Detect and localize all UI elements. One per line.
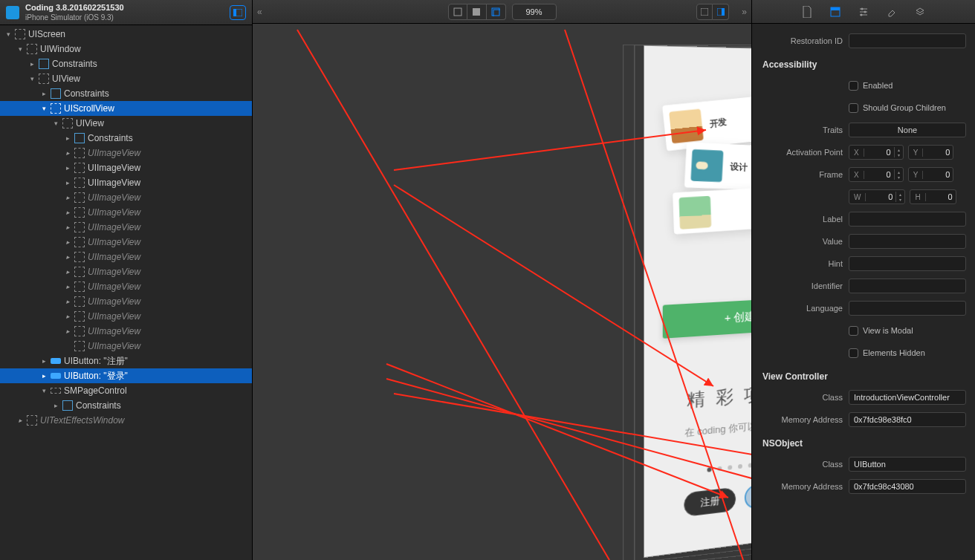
frame-h-field[interactable]: H0 bbox=[910, 189, 956, 204]
tree-row[interactable]: ▸Constraints bbox=[0, 86, 252, 101]
app-icon bbox=[6, 6, 19, 19]
zoom-level[interactable]: 99% bbox=[512, 4, 557, 20]
ax-language-label: Language bbox=[761, 304, 843, 313]
tree-row[interactable]: ▸UIImageView bbox=[0, 279, 252, 294]
restoration-id-field[interactable] bbox=[849, 33, 966, 48]
tab-identity-icon[interactable] bbox=[828, 5, 843, 19]
group-children-checkbox[interactable]: Should Group Children bbox=[849, 103, 966, 113]
tree-row[interactable]: ▾UIScrollView bbox=[0, 101, 252, 116]
ax-value-label: Value bbox=[761, 237, 843, 246]
tab-layers-icon[interactable] bbox=[913, 5, 927, 19]
ax-language-field[interactable] bbox=[849, 301, 966, 316]
card-thumb-icon bbox=[679, 195, 712, 229]
ns-class-label: Class bbox=[761, 460, 843, 469]
inspector-tabs bbox=[752, 0, 975, 24]
tree-row[interactable]: ▸UIImageView bbox=[0, 190, 252, 205]
intro-subtitle: 在 coding 你可以创建任何 bbox=[663, 414, 752, 442]
toggle-inspector-button[interactable] bbox=[713, 4, 729, 20]
ax-value-field[interactable] bbox=[849, 234, 966, 249]
toggle-clipping-button[interactable] bbox=[696, 4, 713, 20]
view-hierarchy-tree[interactable]: ▾UIScreen▾UIWindow▸Constraints▾UIView▸Co… bbox=[0, 25, 252, 560]
intro-cards: 开发 ✦ 设计 bbox=[663, 100, 752, 297]
app-title: Coding 3.8.201602251530 bbox=[25, 3, 230, 13]
app-subtitle: iPhone Simulator (iOS 9.3) bbox=[25, 13, 230, 22]
ax-label-field[interactable] bbox=[849, 212, 966, 227]
tree-row[interactable]: ▸UITextEffectsWindow bbox=[0, 413, 252, 428]
frame-x-field[interactable]: X0▴▾ bbox=[849, 167, 904, 182]
inspector-body[interactable]: Restoration ID Accessibility Enabled Sho… bbox=[752, 24, 975, 560]
register-button[interactable]: 注册 bbox=[684, 487, 736, 518]
tree-row[interactable]: ▾UIWindow bbox=[0, 42, 252, 56]
tree-row[interactable]: ▸UIImageView bbox=[0, 220, 252, 235]
tree-row[interactable]: ▸Constraints bbox=[0, 131, 252, 146]
activation-point-label: Activation Point bbox=[761, 148, 843, 157]
svg-rect-19 bbox=[831, 7, 840, 10]
collapse-right-icon[interactable]: » bbox=[742, 7, 747, 17]
collapse-left-icon[interactable]: « bbox=[257, 7, 262, 17]
tree-row[interactable]: ▸UIImageView bbox=[0, 250, 252, 264]
traits-popup[interactable]: None bbox=[849, 123, 966, 137]
ax-identifier-field[interactable] bbox=[849, 279, 966, 293]
page-dot bbox=[728, 465, 732, 470]
tree-row[interactable]: ▸UIImageView bbox=[0, 160, 252, 175]
enabled-checkbox[interactable]: Enabled bbox=[849, 81, 966, 91]
toggle-sidebar-button[interactable] bbox=[230, 5, 246, 20]
ns-mem-field[interactable] bbox=[849, 479, 966, 494]
frame-y-field[interactable]: Y0 bbox=[908, 167, 954, 182]
tree-row[interactable]: ▾UIScreen bbox=[0, 27, 252, 42]
tab-file-icon[interactable] bbox=[800, 5, 814, 19]
card-thumb-icon bbox=[669, 108, 704, 143]
tree-row[interactable]: ▸UIButton: "注册" bbox=[0, 354, 252, 368]
view-mode-wireframe-button[interactable] bbox=[448, 4, 467, 20]
tree-row[interactable]: ▾UIView bbox=[0, 71, 252, 86]
tree-row[interactable]: ▸Constraints bbox=[0, 398, 252, 413]
tree-row[interactable]: ▸UIImageView bbox=[0, 324, 252, 339]
tree-row[interactable]: ▸UIImageView bbox=[0, 294, 252, 309]
ax-hint-field[interactable] bbox=[849, 256, 966, 271]
login-button[interactable]: 登录 bbox=[745, 481, 752, 510]
vc-mem-field[interactable] bbox=[849, 412, 966, 427]
tree-row[interactable]: ▸UIImageView bbox=[0, 264, 252, 279]
tree-row[interactable]: ▸UIImageView bbox=[0, 205, 252, 220]
tree-row[interactable]: ▸UIButton: "登录" bbox=[0, 368, 252, 383]
tree-row[interactable]: ▾UIView bbox=[0, 116, 252, 131]
tree-row[interactable]: ▾SMPageControl bbox=[0, 383, 252, 398]
view-mode-content-button[interactable] bbox=[467, 4, 487, 20]
view-mode-3d-button[interactable] bbox=[487, 4, 506, 20]
vc-class-field[interactable] bbox=[849, 390, 966, 405]
tree-row[interactable]: ▸UIImageView bbox=[0, 235, 252, 250]
page-dot bbox=[748, 463, 752, 468]
activation-y-field[interactable]: Y0 bbox=[908, 145, 954, 160]
elements-hidden-checkbox[interactable]: Elements Hidden bbox=[849, 348, 966, 358]
svg-point-20 bbox=[861, 7, 864, 10]
svg-rect-6 bbox=[701, 8, 708, 16]
activation-x-field[interactable]: X0▴▾ bbox=[849, 145, 904, 160]
tree-row[interactable]: ▸UIImageView bbox=[0, 146, 252, 160]
svg-line-14 bbox=[297, 30, 609, 560]
hierarchy-panel: Coding 3.8.201602251530 iPhone Simulator… bbox=[0, 0, 253, 560]
card-thumb-icon bbox=[690, 149, 723, 182]
create-button[interactable]: + 创建 bbox=[663, 297, 752, 339]
tab-eraser-icon[interactable] bbox=[884, 5, 899, 19]
page-dot bbox=[738, 464, 742, 469]
inspector-panel: Restoration ID Accessibility Enabled Sho… bbox=[752, 0, 975, 560]
svg-point-22 bbox=[861, 13, 863, 16]
card-title: 开发 bbox=[709, 116, 728, 131]
canvas-viewport[interactable]: « 99% » 开发 ✦ bbox=[253, 0, 752, 560]
page-dot bbox=[707, 467, 712, 472]
ns-class-field[interactable] bbox=[849, 457, 966, 472]
tree-row[interactable]: ▸UIImageView bbox=[0, 175, 252, 190]
nsobject-header: NSObject bbox=[752, 431, 975, 453]
svg-rect-3 bbox=[473, 8, 480, 16]
tab-sliders-icon[interactable] bbox=[856, 5, 871, 19]
svg-point-21 bbox=[864, 10, 867, 13]
card-extra bbox=[673, 186, 752, 234]
page-control[interactable] bbox=[663, 456, 752, 477]
tree-row[interactable]: UIImageView bbox=[0, 339, 252, 354]
frame-w-field[interactable]: W0▴▾ bbox=[849, 189, 905, 204]
device-screen[interactable]: 开发 ✦ 设计 + 创建 精 彩 项 目 在 coding 你可以创建任何 bbox=[644, 45, 752, 559]
view-is-modal-checkbox[interactable]: View is Modal bbox=[849, 326, 966, 336]
frame-label: Frame bbox=[761, 170, 843, 179]
tree-row[interactable]: ▸Constraints bbox=[0, 56, 252, 71]
tree-row[interactable]: ▸UIImageView bbox=[0, 309, 252, 324]
